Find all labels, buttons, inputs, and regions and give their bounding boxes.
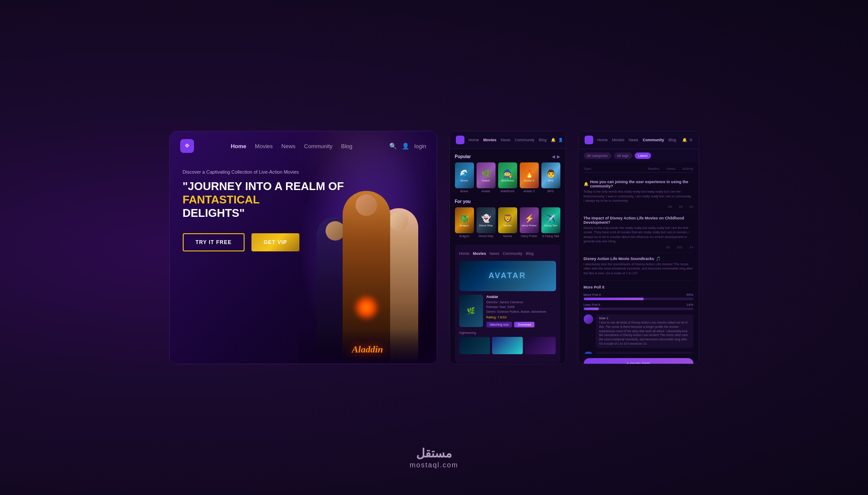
create-topic-button[interactable]: + create topic	[584, 358, 693, 364]
topic-meta-1: 54 19 6s	[584, 205, 693, 209]
nav-links: Home Movies News Community Blog	[203, 143, 381, 149]
topic-item[interactable]: 🔔 How you can joining the user experienc…	[584, 176, 693, 213]
topic-views-2: 202	[677, 245, 682, 249]
list-item[interactable]: 👻Ghost Ship Ghost Ship	[477, 207, 496, 238]
screenshots-label: Sightseeing	[459, 331, 556, 335]
movie-info: 🌿 Avatar Director: James Cameron Release…	[459, 295, 556, 327]
panel-nav-community[interactable]: Community	[515, 138, 535, 142]
login-button[interactable]: login	[414, 143, 426, 149]
watermark-latin: mostaql.com	[410, 461, 458, 469]
hero-panel: Home Movies News Community Blog 🔍 👤 logi…	[169, 131, 437, 364]
filter-all-tags[interactable]: All tags	[614, 152, 632, 159]
rating: Rating: 7.8/10	[486, 315, 556, 319]
comment-avatar-1	[584, 314, 593, 324]
nav-news[interactable]: News	[281, 143, 296, 149]
list-item[interactable]: 🌊Brave Brave	[455, 162, 474, 193]
detail-nav-movies[interactable]: Movies	[473, 251, 486, 256]
nav-movies[interactable]: Movies	[255, 143, 273, 149]
topic-activity-1: 6s	[690, 205, 693, 209]
comm-notification-icon[interactable]: 🔔	[682, 138, 687, 142]
try-free-button[interactable]: TRY IT FREE	[183, 233, 245, 251]
poll-title: More Poll it	[584, 285, 693, 289]
panel-user-icon[interactable]: 👤	[558, 138, 563, 142]
filter-latest[interactable]: Latest	[635, 152, 651, 159]
detail-nav-community[interactable]: Community	[503, 251, 523, 256]
list-item[interactable]: 👨BFG BFG	[541, 162, 560, 193]
avatar-banner: AVATAR	[459, 261, 556, 291]
hero-buttons: TRY IT FREE GET VIP	[183, 233, 424, 251]
panel-nav-blog[interactable]: Blog	[539, 138, 547, 142]
poll-label-1: More Poll it 55%	[584, 293, 693, 297]
comm-nav-movies[interactable]: Movies	[612, 138, 625, 142]
topic-replies-2: 19	[666, 245, 670, 249]
movies-panel-nav: Home Movies News Community Blog 🔔 👤	[450, 131, 566, 149]
for-you-title: For you	[455, 199, 471, 204]
community-logo	[585, 136, 593, 144]
comm-nav-home[interactable]: Home	[598, 138, 608, 142]
list-item[interactable]: ⚡Harry Potter Harry Potter	[520, 207, 539, 238]
screenshot-3	[525, 337, 556, 354]
screenshots-row	[459, 337, 556, 354]
panel-nav-home[interactable]: Home	[469, 138, 479, 142]
nav-blog[interactable]: Blog	[341, 143, 353, 149]
detail-nav-news[interactable]: News	[490, 251, 499, 256]
panel-search-icon[interactable]: 🔔	[551, 138, 556, 142]
avatar-detail-section: Home Movies News Community Blog AVATAR 🌿	[455, 244, 560, 363]
topic-views-1: 19	[679, 205, 683, 209]
poll-bar-bg-2	[584, 308, 693, 310]
year-line: Release Year: 2009	[486, 305, 556, 309]
community-panel: Home Movies News Community Blog 🔔 ⚙ All …	[578, 131, 699, 364]
panel-nav-news[interactable]: News	[501, 138, 511, 142]
list-item[interactable]: 🧙Maleficent Maleficent	[498, 162, 517, 193]
list-item[interactable]: 🔥Avatar 2 Avatar 2	[520, 162, 539, 193]
comm-nav-news[interactable]: News	[629, 138, 639, 142]
comment-item: User 2 I agree and the soundtracks of Di…	[584, 352, 693, 354]
popular-prev[interactable]: ◀	[552, 154, 555, 159]
popular-nav: ◀ ▶	[552, 154, 560, 159]
list-item[interactable]: ✈️Flying Tale A Flying Tale	[541, 207, 560, 238]
topic-title-3: Disney Action Life Movie Soundtracks 🎵	[584, 257, 693, 261]
comm-settings-icon[interactable]: ⚙	[689, 138, 693, 142]
topic-activity-2: 14	[690, 245, 693, 249]
topic-emoji-3: 🎵	[656, 257, 661, 261]
hero-title-highlight: FANTASTICAL	[183, 193, 260, 206]
nav-home[interactable]: Home	[231, 143, 246, 149]
popular-next[interactable]: ▶	[557, 154, 560, 159]
topic-emoji-1: 🔔	[584, 182, 588, 186]
logo[interactable]	[180, 139, 194, 153]
for-you-section: For you 🐉Eragon Eragon 👻Ghost Ship Ghost…	[455, 199, 560, 238]
topic-meta-2: 19 202 14	[584, 245, 693, 249]
list-item[interactable]: 🦁Narnia Narnia	[498, 207, 517, 238]
topic-item[interactable]: Disney Action Life Movie Soundtracks 🎵 I…	[584, 253, 693, 281]
screenshot-2	[492, 337, 523, 354]
get-vip-button[interactable]: GET VIP	[251, 233, 299, 251]
director-line: Director: James Cameron	[486, 300, 556, 304]
search-icon[interactable]: 🔍	[389, 143, 397, 149]
genre-line: Genre: Science Fiction, Action, Adventur…	[486, 310, 556, 314]
detail-nav-home[interactable]: Home	[459, 251, 470, 256]
for-you-movies-grid: 🐉Eragon Eragon 👻Ghost Ship Ghost Ship 🦁N…	[455, 207, 560, 238]
watch-button[interactable]: Watching now	[486, 322, 512, 327]
detail-nav-blog[interactable]: Blog	[526, 251, 534, 256]
popular-movies-grid: 🌊Brave Brave 🌿Avatar Avatar 🧙Maleficent …	[455, 162, 560, 193]
community-nav-links: Home Movies News Community Blog	[598, 138, 678, 142]
download-button[interactable]: Download	[514, 322, 534, 327]
hero-title-part1: "JOURNEY INTO A REALM OF	[183, 180, 344, 193]
comm-nav-community[interactable]: Community	[643, 138, 665, 142]
community-panel-nav: Home Movies News Community Blog 🔔 ⚙	[579, 131, 699, 149]
list-item[interactable]: 🌿Avatar Avatar	[477, 162, 496, 193]
main-nav: Home Movies News Community Blog 🔍 👤 logi…	[170, 131, 437, 161]
comm-nav-blog[interactable]: Blog	[668, 138, 676, 142]
filter-all-categories[interactable]: All categories	[584, 152, 611, 159]
topic-item[interactable]: The Impact of Disney Action Life Movies …	[584, 213, 693, 253]
avatar-mini-poster: 🌿	[459, 295, 483, 327]
panel-nav-movies[interactable]: Movies	[483, 138, 497, 142]
list-item[interactable]: 🐉Eragon Eragon	[455, 207, 474, 238]
avatar-title-large: AVATAR	[489, 271, 527, 280]
screenshot-1	[459, 337, 490, 354]
poll-bar-fill-1	[584, 298, 644, 300]
topic-col-replies: Replies	[648, 167, 659, 171]
nav-community[interactable]: Community	[304, 143, 333, 149]
movie-title-overlay: Aladdin	[352, 344, 383, 355]
user-icon[interactable]: 👤	[402, 143, 409, 149]
